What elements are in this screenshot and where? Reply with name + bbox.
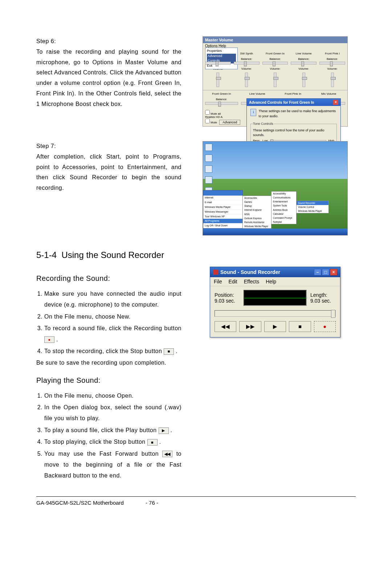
record-button[interactable]: ● <box>314 321 336 332</box>
desktop-screenshot: Internet E-mail Windows Media Player Win… <box>203 141 348 235</box>
programs-submenu[interactable]: Accessories Games Startup Internet Explo… <box>242 196 271 229</box>
mute-all-checkbox[interactable]: Mute all <box>205 112 221 115</box>
options-dropdown[interactable]: Properties Advanced Controls Exit <box>205 48 238 69</box>
sr-titlebar[interactable]: Sound - Sound Recorder – □ × <box>210 267 340 277</box>
dd-properties[interactable]: Properties <box>207 49 236 54</box>
waveform-display <box>244 290 307 306</box>
seek-slider[interactable] <box>215 310 336 317</box>
balance-slider[interactable] <box>205 62 231 65</box>
accessories-submenu[interactable]: Accessibility Communications Entertainme… <box>271 191 297 224</box>
sound-recorder-window: Sound - Sound Recorder – □ × File Edit E… <box>210 267 340 337</box>
taskbar[interactable] <box>203 229 347 235</box>
product-name: GA-945GCM-S2L/S2C Motherboard <box>36 500 124 506</box>
advanced-button[interactable]: Advanced <box>219 120 240 125</box>
volume-slider[interactable] <box>216 73 219 87</box>
close-icon[interactable]: × <box>330 269 337 275</box>
step7-text: Step 7: After completion, click Start, p… <box>36 141 181 235</box>
mv-titlebar[interactable]: Master Volume <box>203 37 347 43</box>
length-value: 9.03 sec. <box>310 298 331 304</box>
start-menu[interactable]: Internet E-mail Windows Media Player Win… <box>203 190 243 229</box>
minimize-icon[interactable]: – <box>314 269 321 275</box>
fast-forward-icon: ◀◀ <box>162 451 172 457</box>
seek-start-button[interactable]: ◀◀ <box>215 321 236 332</box>
recording-title: Recording the Sound: <box>36 272 181 285</box>
desktop-icons <box>205 144 212 194</box>
master-volume-window: Master Volume Options Help Properties Ad… <box>203 36 348 127</box>
step6-text: Step 6: To raise the recording and playi… <box>36 36 181 127</box>
play-icon: ▶ <box>159 427 169 434</box>
close-icon[interactable]: × <box>333 100 338 105</box>
section-title: 5-1-4 Using the Sound Recorder <box>36 250 356 260</box>
stop-icon: ■ <box>147 439 158 446</box>
playing-title: Playing the Sound: <box>36 374 181 387</box>
step7-heading: Step 7: <box>36 143 56 149</box>
entertainment-submenu[interactable]: Sound Recorder Volume Control Windows Me… <box>296 201 329 213</box>
seek-end-button[interactable]: ▶▶ <box>239 321 261 332</box>
maximize-icon[interactable]: □ <box>322 269 329 275</box>
play-button[interactable]: ▶ <box>264 321 286 332</box>
stop-icon: ■ <box>164 348 174 355</box>
page-number: - 76 - <box>146 500 158 506</box>
record-icon: ● <box>44 336 54 343</box>
adv-title: Advanced Controls for Front Green In <box>249 101 314 104</box>
info-icon: i <box>250 109 256 116</box>
step6-heading: Step 6: <box>36 38 56 44</box>
page-footer: GA-945GCM-S2L/S2C Motherboard - 76 - <box>36 496 356 506</box>
playing-steps: On the File menu, choose Open. In the Op… <box>36 390 181 481</box>
sr-menubar[interactable]: File Edit Effects Help <box>210 277 340 286</box>
mute-checkbox[interactable]: Mute <box>205 121 217 124</box>
stop-button[interactable]: ■ <box>289 321 311 332</box>
recording-steps: Make sure you have connected the audio i… <box>36 288 181 357</box>
speaker-icon <box>213 270 218 275</box>
position-value: 9.03 sec. <box>215 298 235 304</box>
